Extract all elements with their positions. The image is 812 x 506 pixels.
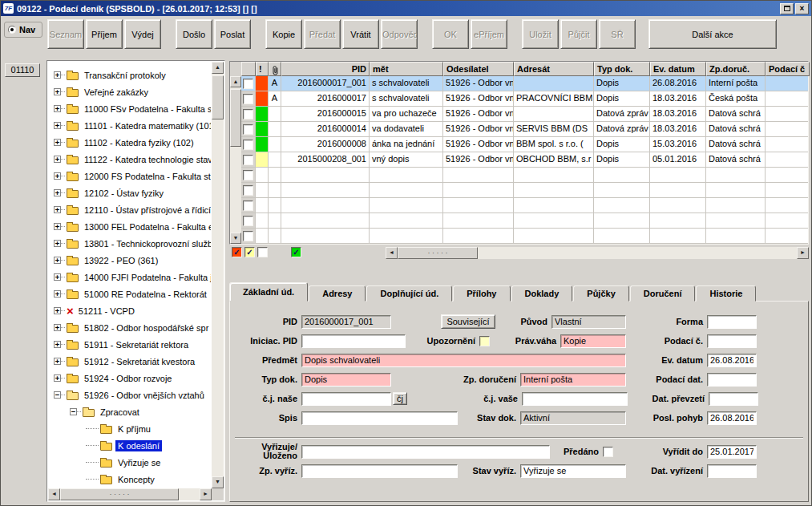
table-row[interactable] [241, 229, 808, 244]
row-checkbox[interactable] [243, 200, 253, 211]
scroll-track[interactable] [230, 87, 241, 233]
cj-vase-field[interactable] [522, 392, 628, 406]
row-checkbox[interactable] [243, 124, 253, 135]
filter-checkbox[interactable] [244, 247, 255, 257]
scroll-right-button[interactable]: ► [200, 488, 212, 500]
spis-field[interactable] [301, 411, 458, 425]
scroll-right-button[interactable]: ► [797, 247, 809, 259]
titlebar[interactable]: 7F 09122 - Podací deník (SPSBOLD) - [26.… [1, 1, 811, 16]
tree-expander-icon[interactable] [54, 240, 61, 247]
tree-item[interactable]: K odeslání [49, 437, 211, 454]
souvisejici-button[interactable]: Související [441, 314, 495, 329]
header-zp-doruc[interactable]: Zp.doruč. [706, 62, 766, 76]
toolbar-button[interactable]: Další akce [648, 19, 777, 49]
typ-dok-field[interactable] [301, 373, 391, 387]
predmet-field[interactable] [301, 354, 626, 367]
header-podaci-c[interactable]: Podací č [766, 62, 810, 76]
tree-expander-icon[interactable] [54, 105, 61, 112]
toolbar-button[interactable]: Vrátit [342, 19, 379, 49]
row-checkbox[interactable] [243, 155, 253, 165]
tree-item[interactable]: K příjmu [49, 420, 211, 437]
tree-expander-icon[interactable] [54, 206, 61, 213]
header-predmet[interactable]: mět [370, 62, 443, 76]
tree-expander-icon[interactable] [54, 273, 61, 281]
podaci-dat-field[interactable] [707, 373, 757, 387]
cj-button[interactable]: čj [393, 392, 407, 405]
tab[interactable]: Doručení [630, 285, 696, 302]
tree-item[interactable]: 12000 FS Podatelna - Fakulta str [49, 168, 211, 184]
tree-expander-icon[interactable] [54, 122, 61, 129]
tree-expander-icon[interactable] [70, 408, 77, 415]
tree-expander-icon[interactable] [54, 189, 61, 196]
scroll-down-button[interactable]: ▼ [212, 476, 224, 488]
tree-item[interactable]: 13000 FEL Podatelna - Fakulta el [49, 218, 211, 235]
scroll-left-button[interactable]: ◄ [48, 488, 60, 500]
tree-item[interactable]: 51912 - Sekretariát kvestora [49, 353, 211, 370]
scroll-down-button[interactable]: ▼ [230, 233, 241, 244]
header-ev-datum[interactable]: Ev. datum [650, 62, 706, 76]
tree-item[interactable]: 51802 - Odbor hospodářské spr [49, 319, 211, 336]
row-checkbox[interactable] [243, 94, 253, 104]
scroll-track[interactable] [60, 488, 200, 500]
tree-item[interactable]: Zpracovat [49, 403, 211, 420]
vyridit-do-field[interactable] [707, 445, 757, 459]
row-checkbox[interactable] [243, 185, 253, 196]
toolbar-button[interactable]: SŘ [599, 19, 636, 49]
header-flag-column[interactable]: ! [256, 62, 269, 76]
tree-item[interactable]: 51911 - Sekretariát rektora [49, 336, 211, 353]
stav-vyriz-field[interactable] [520, 464, 626, 478]
tree-expander-icon[interactable] [54, 139, 61, 146]
scroll-track[interactable] [212, 74, 224, 476]
grid-vertical-scrollbar[interactable]: ▲ ▼ [230, 76, 241, 244]
table-row[interactable] [241, 213, 808, 229]
tree-expander-icon[interactable] [54, 391, 61, 399]
tree-vertical-scrollbar[interactable]: ▲ ▼ [212, 62, 224, 488]
tree-item[interactable]: 13801 - Technickoprovozní služb [49, 235, 211, 252]
dat-vyrizeni-field[interactable] [707, 464, 757, 478]
row-checkbox[interactable] [243, 231, 253, 241]
scroll-up-button[interactable]: ▲ [212, 62, 224, 74]
tree-item[interactable]: Transakční protokoly [49, 67, 211, 83]
forma-field[interactable] [707, 315, 757, 329]
row-checkbox[interactable] [243, 140, 253, 150]
tree-expander-icon[interactable] [54, 324, 61, 331]
toolbar-button[interactable]: Došlo [176, 19, 212, 49]
header-pid[interactable]: PID [281, 62, 370, 76]
tree-item[interactable]: 51924 - Odbor rozvoje [49, 370, 211, 387]
scroll-track[interactable] [398, 247, 797, 259]
tree-item[interactable]: 11122 - Katedra technologie stav [49, 151, 211, 168]
tree-expander-icon[interactable] [54, 374, 61, 382]
tree-expander-icon[interactable] [54, 156, 61, 163]
toolbar-button[interactable]: Odpověď [381, 19, 418, 49]
toolbar-button[interactable]: OK [432, 19, 469, 49]
tree-item[interactable]: 11102 - Katedra fyziky (102) [49, 134, 211, 151]
toolbar-button[interactable]: Seznam [47, 19, 84, 49]
scroll-up-button[interactable]: ▲ [230, 76, 241, 87]
restore-button[interactable] [780, 3, 794, 14]
tree-item[interactable]: 12102 - Ústav fyziky [49, 184, 211, 201]
filter-checkbox[interactable] [291, 247, 301, 257]
row-checkbox[interactable] [243, 109, 253, 119]
toolbar-button[interactable]: Předat [304, 19, 341, 49]
scroll-thumb[interactable] [60, 488, 179, 500]
header-odesilatel[interactable]: Odesílatel [443, 62, 514, 76]
scroll-left-button[interactable]: ◄ [386, 247, 398, 259]
tree-item[interactable]: 51211 - VCPD [49, 302, 211, 319]
table-row[interactable] [241, 183, 808, 198]
toolbar-button[interactable]: Příjem [86, 19, 123, 49]
tab[interactable]: Historie [696, 285, 756, 302]
prav-vaha-field[interactable] [560, 334, 626, 348]
filter-checkbox[interactable] [232, 247, 242, 257]
tree-expander-icon[interactable] [54, 172, 61, 180]
nav-toggle[interactable]: Nav [4, 22, 42, 38]
scroll-thumb[interactable] [398, 247, 478, 259]
tree-expander-icon[interactable] [54, 358, 61, 365]
toolbar-button[interactable]: Kopie [265, 19, 302, 49]
toolbar-button[interactable]: Výdej [124, 19, 161, 49]
upozorneni-checkbox[interactable] [479, 336, 490, 346]
table-row[interactable]: 2016000014 va dodavateli 51926 - Odbor v… [241, 122, 808, 137]
table-row[interactable] [241, 198, 808, 213]
tree-item[interactable]: 11101 - Katedra matematiky (101 [49, 117, 211, 134]
header-attachment-column[interactable] [269, 62, 281, 76]
tree-horizontal-scrollbar[interactable]: ◄ ► [48, 488, 212, 500]
